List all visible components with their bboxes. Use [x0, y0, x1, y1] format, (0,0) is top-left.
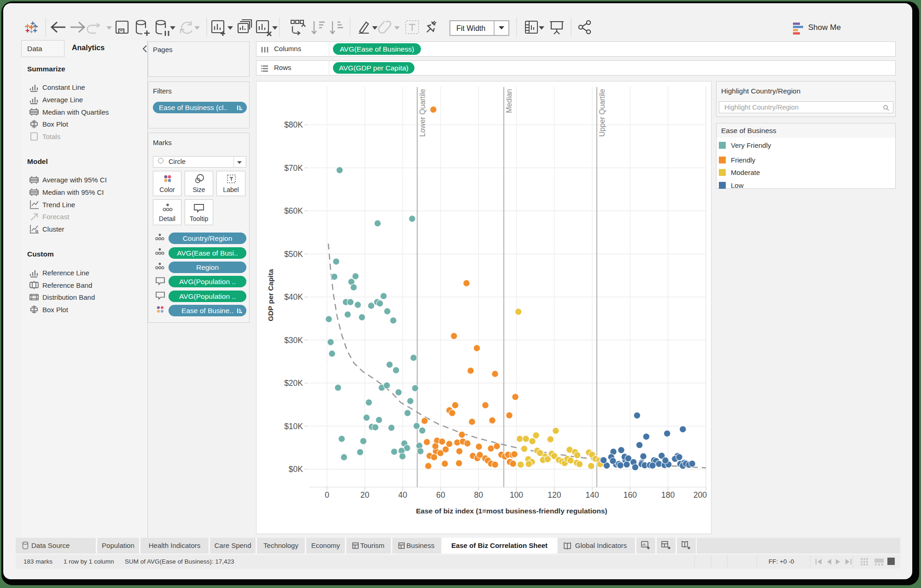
svg-text:180: 180: [661, 490, 675, 500]
svg-text:$40K: $40K: [284, 292, 303, 302]
svg-text:$50K: $50K: [284, 250, 303, 259]
svg-text:GDP per Capita: GDP per Capita: [267, 269, 274, 321]
svg-text:120: 120: [548, 490, 561, 500]
svg-text:140: 140: [585, 490, 599, 500]
svg-text:$10K: $10K: [284, 422, 303, 431]
svg-text:60: 60: [436, 490, 445, 500]
svg-text:$80K: $80K: [284, 120, 303, 129]
svg-text:Fit Width: Fit Width: [456, 24, 485, 32]
svg-text:Lower Quartile: Lower Quartile: [419, 89, 426, 137]
svg-text:$30K: $30K: [284, 336, 303, 345]
svg-text:$70K: $70K: [284, 163, 303, 173]
svg-text:Ease of biz index (1=most busi: Ease of biz index (1=most business-frien…: [416, 507, 607, 515]
svg-text:Upper Quartile: Upper Quartile: [598, 89, 606, 137]
svg-text:$60K: $60K: [284, 206, 303, 215]
svg-text:Median: Median: [505, 89, 513, 113]
svg-text:40: 40: [398, 490, 408, 500]
svg-text:$0K: $0K: [289, 465, 303, 474]
svg-text:$20K: $20K: [284, 378, 303, 388]
svg-text:20: 20: [361, 490, 370, 500]
svg-text:0: 0: [325, 490, 329, 500]
svg-text:100: 100: [510, 490, 523, 500]
svg-text:160: 160: [624, 490, 637, 500]
svg-text:200: 200: [694, 490, 707, 500]
svg-text:80: 80: [474, 490, 483, 500]
svg-text:Show Me: Show Me: [808, 23, 841, 32]
